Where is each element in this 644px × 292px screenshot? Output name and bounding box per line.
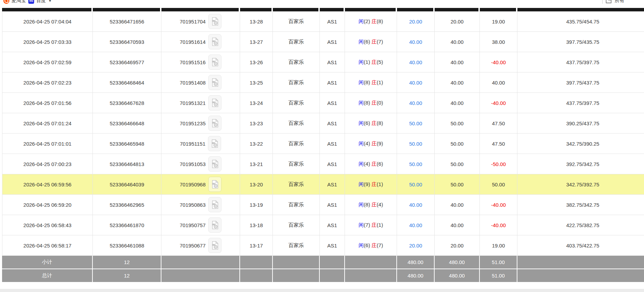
cell-bet-amount[interactable]: 40.00	[397, 52, 435, 72]
cell-win-loss: 40.00	[480, 72, 517, 93]
cell-bet-time: 2026-04-25 07:02:59	[2, 52, 93, 72]
game-id-wrap: 701951053	[180, 156, 221, 172]
cell-win-loss: -40.00	[480, 52, 517, 72]
cell-bet-time: 2026-04-25 07:03:33	[2, 32, 93, 52]
cell-order-id: 523366465948	[93, 134, 161, 154]
cell-game-type: 百家乐	[273, 93, 320, 113]
video-replay-button[interactable]	[208, 75, 221, 90]
cell-result: 闲(6) 庄(7)	[345, 235, 397, 256]
cell-valid-amount: 40.00	[435, 215, 480, 235]
game-id-wrap: 701951151	[180, 136, 221, 151]
player-points: (8)	[364, 79, 372, 85]
player-label: 闲	[359, 202, 364, 207]
cell-game-id: 701950677	[161, 235, 240, 256]
video-replay-button[interactable]	[208, 238, 221, 253]
cell-bet-time: 2026-04-25 06:58:17	[2, 235, 93, 256]
cell-bet-amount[interactable]: 50.00	[397, 113, 435, 134]
cell-win-loss: 19.00	[480, 235, 517, 256]
video-file-icon	[211, 37, 219, 46]
cell-bet-amount[interactable]: 50.00	[397, 134, 435, 154]
summary-empty	[517, 269, 644, 283]
cell-bet-amount[interactable]: 40.00	[397, 93, 435, 113]
video-replay-button[interactable]	[208, 136, 221, 151]
video-replay-button[interactable]	[208, 34, 221, 49]
cell-result: 闲(2) 庄(8)	[345, 11, 397, 32]
video-replay-button[interactable]	[208, 14, 221, 29]
table-row[interactable]: 2026-04-25 06:58:43523366461870701950757…	[2, 215, 644, 235]
summary-count: 12	[93, 256, 161, 269]
table-row[interactable]: 2026-04-25 07:04:04523366471656701951704…	[2, 11, 644, 32]
video-file-icon	[211, 98, 219, 107]
table-row-highlighted[interactable]: 2026-04-25 06:59:56523366464039701950968…	[2, 174, 644, 195]
cell-bet-time: 2026-04-25 07:04:04	[2, 11, 93, 32]
cell-valid-amount: 40.00	[435, 32, 480, 52]
cell-game-id: 701951704	[161, 11, 240, 32]
cell-round: 13-25	[240, 72, 273, 93]
cell-bet-amount[interactable]: 20.00	[397, 235, 435, 256]
table-row[interactable]: 2026-04-25 07:00:23523366464813701951053…	[2, 154, 644, 174]
banker-points: (5)	[377, 59, 383, 65]
player-label: 闲	[359, 222, 364, 228]
banker-label: 庄	[371, 222, 377, 228]
cell-balance: 392.75/342.75	[517, 154, 644, 174]
bookmark-label: 爱淘宝	[11, 0, 26, 4]
cell-round: 13-17	[240, 235, 273, 256]
cell-game-id: 701951614	[161, 32, 240, 52]
video-replay-button[interactable]	[208, 156, 221, 172]
header-strip	[273, 8, 320, 11]
video-replay-button[interactable]	[208, 55, 221, 70]
cell-bet-time: 2026-04-25 06:58:43	[2, 215, 93, 235]
cell-bet-amount[interactable]: 50.00	[397, 154, 435, 174]
table-row[interactable]: 2026-04-25 07:01:24523366466648701951235…	[2, 113, 644, 134]
cell-order-id: 523366471656	[93, 11, 161, 32]
player-points: (1)	[364, 59, 372, 65]
cell-round: 13-20	[240, 174, 273, 195]
cell-bet-amount[interactable]: 40.00	[397, 32, 435, 52]
table-row[interactable]: 2026-04-25 06:58:17523366461088701950677…	[2, 235, 644, 256]
table-row[interactable]: 2026-04-25 06:59:20523366462965701950863…	[2, 195, 644, 215]
cell-valid-amount: 40.00	[435, 195, 480, 215]
banker-label: 庄	[371, 120, 377, 126]
cell-win-loss: -50.00	[480, 154, 517, 174]
banker-points: (8)	[377, 120, 383, 126]
table-row[interactable]: 2026-04-25 07:02:23523366468464701951408…	[2, 72, 644, 93]
bookmark-baidu[interactable]: du 百度	[28, 0, 46, 4]
bookmark-aitaobao[interactable]: 爱淘宝	[3, 0, 26, 4]
chevron-down-icon[interactable]: ▾	[49, 0, 51, 3]
cell-bet-amount[interactable]: 40.00	[397, 195, 435, 215]
cell-bet-time: 2026-04-25 07:02:23	[2, 72, 93, 93]
table-row[interactable]: 2026-04-25 07:01:56523366467628701951321…	[2, 93, 644, 113]
cell-bet-amount[interactable]: 20.00	[397, 11, 435, 32]
cell-game-type: 百家乐	[273, 174, 320, 195]
video-replay-button[interactable]	[208, 217, 221, 233]
table-row[interactable]: 2026-04-25 07:03:33523366470593701951614…	[2, 32, 644, 52]
summary-empty	[320, 256, 345, 269]
game-id-wrap: 701951235	[180, 116, 221, 131]
table-header-row	[2, 8, 644, 11]
table-row[interactable]: 2026-04-25 07:02:59523366469577701951516…	[2, 52, 644, 72]
banker-label: 庄	[371, 59, 377, 65]
cell-bet-amount[interactable]: 50.00	[397, 174, 435, 195]
cell-game-id: 701951321	[161, 93, 240, 113]
game-id-wrap: 701951614	[180, 34, 221, 49]
player-points: (7)	[364, 222, 372, 228]
video-replay-button[interactable]	[208, 95, 221, 110]
cell-bet-time: 2026-04-25 07:01:56	[2, 93, 93, 113]
cell-bet-amount[interactable]: 40.00	[397, 72, 435, 93]
separator	[602, 0, 603, 4]
cell-balance: 390.25/437.75	[517, 113, 644, 134]
player-points: (6)	[364, 120, 372, 126]
all-bookmarks-label[interactable]: 所有	[615, 0, 624, 4]
table-row[interactable]: 2026-04-25 07:01:01523366465948701951151…	[2, 134, 644, 154]
banker-label: 庄	[371, 161, 377, 167]
cell-game-id: 701951151	[161, 134, 240, 154]
video-replay-button[interactable]	[208, 116, 221, 131]
game-id-wrap: 701950968	[180, 177, 221, 192]
cell-bet-amount[interactable]: 40.00	[397, 215, 435, 235]
cell-valid-amount: 40.00	[435, 52, 480, 72]
player-label: 闲	[359, 120, 364, 126]
banker-points: (4)	[377, 202, 383, 207]
video-replay-button[interactable]	[208, 177, 221, 192]
cell-game-type: 百家乐	[273, 215, 320, 235]
video-replay-button[interactable]	[208, 197, 221, 212]
